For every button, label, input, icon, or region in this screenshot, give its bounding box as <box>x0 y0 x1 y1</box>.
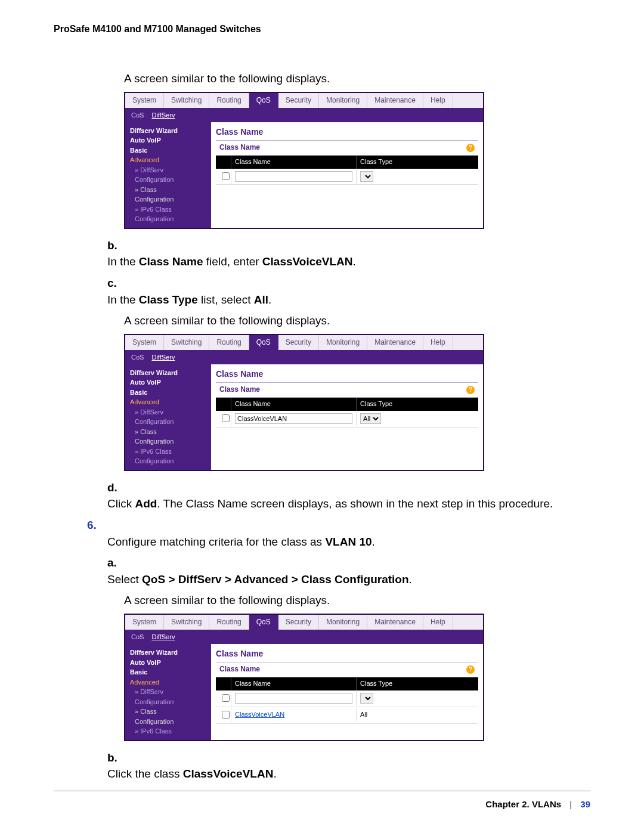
tab-help[interactable]: Help <box>423 335 453 350</box>
tab-maintenance[interactable]: Maintenance <box>367 615 423 630</box>
class-name-input[interactable] <box>235 693 352 704</box>
step-6a: a. Select QoS > DiffServ > Advanced > Cl… <box>107 555 590 587</box>
sidebar-item-ipv6class[interactable]: » IPv6 Class <box>135 726 208 736</box>
sidebar-item-diffserv[interactable]: » DiffServ <box>135 687 208 697</box>
sidebar-item-diffserv-config[interactable]: Configuration <box>135 175 208 185</box>
sidebar-item-class[interactable]: » Class <box>135 707 208 717</box>
pane-title: Class Name <box>216 368 478 380</box>
table-row-link: ClassVoiceVLAN All <box>216 707 478 724</box>
tab-switching[interactable]: Switching <box>164 335 209 350</box>
help-icon[interactable]: ? <box>466 665 475 674</box>
sidebar-item-advanced[interactable]: Advanced <box>130 155 208 165</box>
tab-maintenance[interactable]: Maintenance <box>367 93 423 108</box>
footer-chapter: Chapter 2. VLANs <box>485 799 561 809</box>
intro-text-1: A screen similar to the following displa… <box>124 70 590 87</box>
step-6a-after: A screen similar to the following displa… <box>124 592 590 609</box>
subtab-cos[interactable]: CoS <box>131 633 144 640</box>
tab-switching[interactable]: Switching <box>164 93 209 108</box>
sidebar-item-basic[interactable]: Basic <box>130 388 208 398</box>
tab-monitoring[interactable]: Monitoring <box>319 93 367 108</box>
sidebar-item-wizard[interactable]: Diffserv Wizard <box>130 648 208 658</box>
pane-title: Class Name <box>216 648 478 659</box>
sidebar-item-ipv6class-config[interactable]: Configuration <box>135 214 208 224</box>
help-icon[interactable]: ? <box>466 386 475 394</box>
sidebar-item-class[interactable]: » Class <box>135 185 208 195</box>
tab-security[interactable]: Security <box>278 93 319 108</box>
col-header-type: Class Type <box>357 677 478 690</box>
tab-qos[interactable]: QoS <box>249 615 278 630</box>
table-row: All <box>216 411 478 428</box>
class-name-link[interactable]: ClassVoiceVLAN <box>235 711 284 718</box>
tab-security[interactable]: Security <box>278 335 319 350</box>
sidebar-item-autovoip[interactable]: Auto VoIP <box>130 377 208 388</box>
sidebar-item-advanced[interactable]: Advanced <box>130 677 208 688</box>
fieldset-label: Class Name <box>219 143 260 153</box>
tab-system[interactable]: System <box>125 93 164 108</box>
sidebar-item-class-config[interactable]: Configuration <box>135 436 208 447</box>
tab-qos[interactable]: QoS <box>249 93 278 108</box>
tab-routing[interactable]: Routing <box>209 93 249 108</box>
subtab-cos[interactable]: CoS <box>131 112 144 119</box>
tab-security[interactable]: Security <box>278 615 319 630</box>
sidebar-item-basic[interactable]: Basic <box>130 145 208 156</box>
class-name-input[interactable] <box>235 171 352 182</box>
class-type-select[interactable]: All <box>360 413 381 424</box>
sidebar-item-diffserv[interactable]: » DiffServ <box>135 407 208 417</box>
tab-monitoring[interactable]: Monitoring <box>319 615 367 630</box>
row-checkbox[interactable] <box>222 414 230 422</box>
col-header-name: Class Name <box>231 677 357 690</box>
step-b: b. In the Class Name field, enter ClassV… <box>107 237 590 270</box>
sidebar-item-diffserv[interactable]: » DiffServ <box>135 165 208 175</box>
tab-help[interactable]: Help <box>423 93 453 108</box>
tab-system[interactable]: System <box>125 615 164 630</box>
footer-rule <box>54 791 590 791</box>
switch-ui-screenshot-2: System Switching Routing QoS Security Mo… <box>124 334 484 471</box>
help-icon[interactable]: ? <box>466 144 475 152</box>
row-checkbox[interactable] <box>222 694 230 702</box>
class-name-input[interactable] <box>235 413 352 424</box>
sidebar-item-ipv6class-config[interactable]: Configuration <box>135 456 208 466</box>
sidebar-item-diffserv-config[interactable]: Configuration <box>135 697 208 707</box>
sidebar-item-class-config[interactable]: Configuration <box>135 717 208 727</box>
sidebar-item-autovoip[interactable]: Auto VoIP <box>130 135 208 145</box>
row-checkbox[interactable] <box>222 172 230 180</box>
sidebar-item-class-config[interactable]: Configuration <box>135 194 208 205</box>
table-row-blank <box>216 690 478 707</box>
running-header: ProSafe M4100 and M7100 Managed Switches <box>54 24 590 35</box>
tab-switching[interactable]: Switching <box>164 615 209 630</box>
subtab-diffserv[interactable]: DiffServ <box>151 633 175 640</box>
sidebar: Diffserv Wizard Auto VoIP Basic Advanced… <box>125 122 211 228</box>
class-type-select[interactable] <box>360 693 373 704</box>
tab-qos[interactable]: QoS <box>249 335 278 350</box>
sidebar-item-autovoip[interactable]: Auto VoIP <box>130 658 208 668</box>
sidebar-item-basic[interactable]: Basic <box>130 667 208 677</box>
tab-system[interactable]: System <box>125 335 164 350</box>
sidebar-item-diffserv-config[interactable]: Configuration <box>135 417 208 427</box>
col-header-name: Class Name <box>231 398 357 411</box>
tab-routing[interactable]: Routing <box>209 615 249 630</box>
subtab-diffserv[interactable]: DiffServ <box>151 112 175 119</box>
tab-help[interactable]: Help <box>423 615 453 630</box>
pane-title: Class Name <box>216 126 478 138</box>
step-b-2: b. Click the class ClassVoiceVLAN. <box>107 750 590 782</box>
tab-monitoring[interactable]: Monitoring <box>319 335 367 350</box>
fieldset-label: Class Name <box>219 385 260 395</box>
step-6: 6. Configure matching criteria for the c… <box>107 517 590 550</box>
footer-page-number: 39 <box>580 799 590 809</box>
sidebar-item-class[interactable]: » Class <box>135 427 208 437</box>
class-type-select[interactable] <box>360 171 373 182</box>
page-footer: Chapter 2. VLANs | 39 <box>485 799 590 809</box>
sidebar-item-wizard[interactable]: Diffserv Wizard <box>130 126 208 136</box>
tab-maintenance[interactable]: Maintenance <box>367 335 423 350</box>
row-checkbox[interactable] <box>222 711 230 719</box>
sidebar-item-ipv6class[interactable]: » IPv6 Class <box>135 447 208 457</box>
table-row <box>216 169 478 185</box>
tab-routing[interactable]: Routing <box>209 335 249 350</box>
subtab-cos[interactable]: CoS <box>131 354 144 361</box>
sidebar-item-advanced[interactable]: Advanced <box>130 397 208 407</box>
subtab-diffserv[interactable]: DiffServ <box>151 354 175 361</box>
sidebar-item-wizard[interactable]: Diffserv Wizard <box>130 368 208 378</box>
step-d: d. Click Add. The Class Name screen disp… <box>107 479 590 512</box>
col-header-type: Class Type <box>357 398 478 411</box>
sidebar-item-ipv6class[interactable]: » IPv6 Class <box>135 205 208 215</box>
